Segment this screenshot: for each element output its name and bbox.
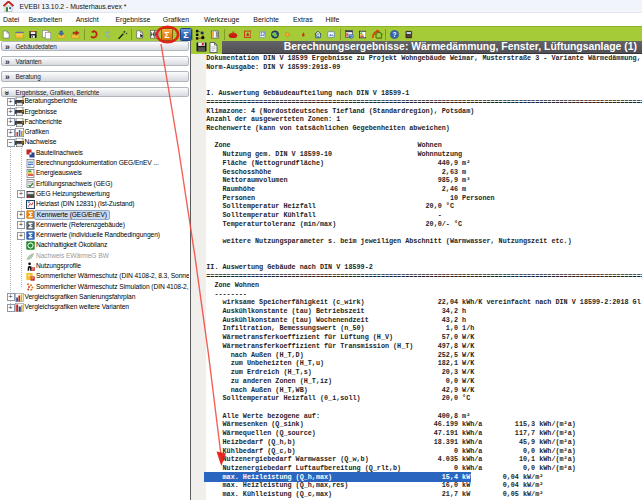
svg-text:?: ?: [393, 31, 397, 38]
svg-text:12: 12: [260, 32, 266, 37]
